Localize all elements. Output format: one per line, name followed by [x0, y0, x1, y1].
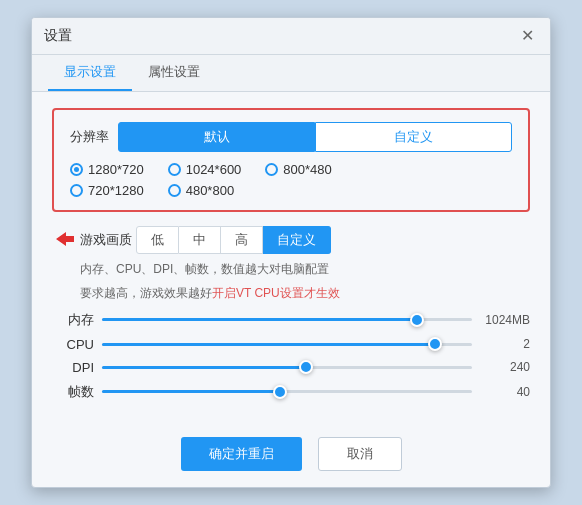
slider-cpu-fill [102, 343, 435, 346]
cancel-button[interactable]: 取消 [318, 437, 402, 471]
slider-fps-thumb[interactable] [273, 385, 287, 399]
settings-dialog: 设置 ✕ 显示设置 属性设置 分辨率 默认 自定义 1280*720 [31, 17, 551, 487]
resolution-720x1280[interactable]: 720*1280 [70, 183, 144, 198]
slider-memory-rail [102, 318, 472, 321]
slider-dpi-rail [102, 366, 472, 369]
title-bar: 设置 ✕ [32, 18, 550, 55]
slider-row-cpu: CPU 2 [62, 337, 530, 352]
quality-high[interactable]: 高 [221, 226, 263, 254]
quality-desc-prefix: 要求越高，游戏效果越好 [80, 286, 212, 300]
quality-custom[interactable]: 自定义 [263, 226, 331, 254]
quality-controls-row: 游戏画质 低 中 高 自定义 [80, 226, 530, 254]
resolution-label: 分辨率 [70, 128, 110, 146]
slider-dpi-value: 240 [480, 360, 530, 374]
slider-dpi-label: DPI [62, 360, 94, 375]
close-button[interactable]: ✕ [517, 26, 538, 46]
resolution-mode-group: 默认 自定义 [118, 122, 512, 152]
slider-memory-track[interactable] [102, 317, 472, 323]
resolution-header-row: 分辨率 默认 自定义 [70, 122, 512, 152]
radio-480x800-indicator [168, 184, 181, 197]
quality-low[interactable]: 低 [136, 226, 179, 254]
radio-720x1280-indicator [70, 184, 83, 197]
quality-level-group: 低 中 高 自定义 [136, 226, 331, 254]
quality-label: 游戏画质 [80, 231, 136, 249]
resolution-1280x720-label: 1280*720 [88, 162, 144, 177]
resolution-row-2: 720*1280 480*800 [70, 183, 512, 198]
resolution-mode-default[interactable]: 默认 [118, 122, 315, 152]
quality-mid[interactable]: 中 [179, 226, 221, 254]
tab-bar: 显示设置 属性设置 [32, 55, 550, 92]
resolution-1024x600[interactable]: 1024*600 [168, 162, 242, 177]
slider-memory-fill [102, 318, 417, 321]
quality-header-wrap: 游戏画质 低 中 高 自定义 [52, 226, 530, 254]
dialog-title: 设置 [44, 27, 72, 45]
quality-vt-link[interactable]: 开启VT CPU设置才生效 [212, 286, 340, 300]
resolution-800x480-label: 800*480 [283, 162, 331, 177]
quality-desc-line2: 要求越高，游戏效果越好开启VT CPU设置才生效 [80, 284, 530, 303]
resolution-480x800-label: 480*800 [186, 183, 234, 198]
dialog-footer: 确定并重启 取消 [32, 427, 550, 487]
radio-1280x720-indicator [70, 163, 83, 176]
slider-fps-value: 40 [480, 385, 530, 399]
slider-row-fps: 帧数 40 [62, 383, 530, 401]
resolution-section: 分辨率 默认 自定义 1280*720 1024*600 [52, 108, 530, 212]
svg-marker-0 [56, 232, 74, 246]
resolution-mode-custom[interactable]: 自定义 [315, 122, 512, 152]
resolution-480x800[interactable]: 480*800 [168, 183, 234, 198]
slider-memory-thumb[interactable] [410, 313, 424, 327]
slider-cpu-thumb[interactable] [428, 337, 442, 351]
resolution-800x480[interactable]: 800*480 [265, 162, 331, 177]
main-content: 分辨率 默认 自定义 1280*720 1024*600 [32, 92, 550, 426]
tab-display-settings[interactable]: 显示设置 [48, 55, 132, 91]
slider-fps-track[interactable] [102, 389, 472, 395]
radio-1024x600-indicator [168, 163, 181, 176]
slider-dpi-track[interactable] [102, 364, 472, 370]
quality-section: 游戏画质 低 中 高 自定义 内存、CPU、DPI、帧数，数值越大对电脑配置 要… [52, 226, 530, 400]
resolution-720x1280-label: 720*1280 [88, 183, 144, 198]
resolution-options: 1280*720 1024*600 800*480 720*1280 [70, 162, 512, 198]
resolution-1280x720[interactable]: 1280*720 [70, 162, 144, 177]
slider-row-dpi: DPI 240 [62, 360, 530, 375]
sliders-container: 内存 1024MB CPU [52, 311, 530, 401]
slider-cpu-track[interactable] [102, 341, 472, 347]
slider-row-memory: 内存 1024MB [62, 311, 530, 329]
slider-memory-value: 1024MB [480, 313, 530, 327]
resolution-row-1: 1280*720 1024*600 800*480 [70, 162, 512, 177]
quality-desc: 内存、CPU、DPI、帧数，数值越大对电脑配置 要求越高，游戏效果越好开启VT … [52, 260, 530, 302]
slider-dpi-fill [102, 366, 306, 369]
slider-fps-label: 帧数 [62, 383, 94, 401]
red-arrow-icon [52, 228, 74, 250]
slider-fps-rail [102, 390, 472, 393]
radio-800x480-indicator [265, 163, 278, 176]
quality-desc-line1: 内存、CPU、DPI、帧数，数值越大对电脑配置 [80, 260, 530, 279]
slider-cpu-label: CPU [62, 337, 94, 352]
slider-dpi-thumb[interactable] [299, 360, 313, 374]
confirm-restart-button[interactable]: 确定并重启 [181, 437, 302, 471]
resolution-1024x600-label: 1024*600 [186, 162, 242, 177]
slider-cpu-rail [102, 343, 472, 346]
tab-property-settings[interactable]: 属性设置 [132, 55, 216, 91]
slider-cpu-value: 2 [480, 337, 530, 351]
slider-fps-fill [102, 390, 280, 393]
slider-memory-label: 内存 [62, 311, 94, 329]
